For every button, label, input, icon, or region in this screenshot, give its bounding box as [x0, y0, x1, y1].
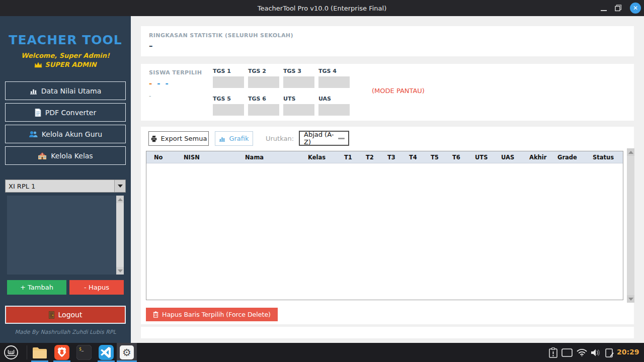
taskbar-terminal-button[interactable]: $_: [75, 344, 93, 361]
force-delete-button[interactable]: Hapus Baris Terpilih (Force Delete): [146, 308, 278, 321]
sort-label: Urutkan:: [266, 135, 294, 142]
uas-input[interactable]: [318, 104, 350, 116]
sidebar-item-pdf-converter[interactable]: PDF Converter: [5, 103, 126, 122]
field-tgs6: TGS 6: [248, 96, 279, 116]
tgs1-input[interactable]: [213, 76, 244, 88]
mode-pantau-label: (MODE PANTAU): [372, 87, 425, 95]
sidebar-item-label: Kelola Kelas: [51, 152, 93, 160]
display-icon[interactable]: [561, 347, 573, 358]
column-header[interactable]: NISN: [184, 154, 245, 161]
summary-panel: RINGKASAN STATISTIK (SELURUH SEKOLAH) –: [141, 26, 634, 56]
selected-student-title: SISWA TERPILIH: [149, 69, 202, 76]
chart-button[interactable]: Grafik: [215, 131, 253, 146]
taskbar-clock[interactable]: 20:29: [617, 348, 639, 356]
column-header[interactable]: Akhir: [529, 154, 557, 161]
terminal-icon: $_: [76, 345, 92, 360]
logout-button[interactable]: Logout: [5, 306, 126, 324]
footer-panel: [141, 327, 634, 338]
field-tgs2: TGS 2: [248, 68, 279, 88]
column-header[interactable]: UTS: [475, 154, 501, 161]
maximize-button[interactable]: [615, 5, 622, 12]
close-button[interactable]: ✕: [630, 3, 641, 14]
taskbar-settings-button[interactable]: ⚙: [117, 343, 137, 362]
student-placeholder: ---: [149, 79, 174, 88]
field-tgs5: TGS 5: [213, 96, 244, 116]
add-button[interactable]: + Tambah: [7, 280, 66, 295]
field-uts: UTS: [283, 96, 314, 116]
sidebar-item-kelola-akun-guru[interactable]: Kelola Akun Guru: [5, 125, 126, 143]
notes-icon[interactable]: [604, 347, 615, 358]
people-icon: [29, 131, 38, 138]
welcome-text: Welcome, Super Admin!: [0, 52, 131, 59]
column-header[interactable]: Kelas: [308, 154, 344, 161]
sidebar-item-label: PDF Converter: [45, 109, 96, 117]
grades-table[interactable]: No NISN Nama Kelas T1 T2 T3 T4 T5 T6 UTS…: [146, 151, 623, 300]
wifi-icon[interactable]: [576, 347, 587, 358]
tgs6-input[interactable]: [248, 104, 279, 116]
tgs5-input[interactable]: [213, 104, 244, 116]
crown-icon: [34, 62, 42, 68]
class-dropdown[interactable]: XI RPL 1: [5, 179, 126, 193]
column-header[interactable]: Grade: [557, 154, 593, 161]
sidebar: TEACHER TOOL Welcome, Super Admin! SUPER…: [0, 16, 131, 343]
sidebar-item-data-nilai[interactable]: Data Nilai Utama: [5, 81, 126, 100]
column-header[interactable]: Nama: [245, 154, 308, 161]
listbox-scrollbar[interactable]: [116, 196, 124, 275]
taskbar: $_ ⚙ 20:29: [0, 343, 644, 362]
summary-title: RINGKASAN STATISTIK (SELURUH SEKOLAH): [149, 32, 293, 39]
tgs3-input[interactable]: [283, 76, 314, 88]
field-tgs4: TGS 4: [318, 68, 350, 88]
taskbar-brave-button[interactable]: [53, 344, 70, 361]
field-uas: UAS: [318, 96, 350, 116]
selected-student-panel: SISWA TERPILIH --- - TGS 1 TGS 2 TGS 3 T…: [141, 64, 634, 121]
sidebar-item-label: Data Nilai Utama: [41, 87, 102, 95]
window-title: TeacherTool Pro v10.0 (Enterprise Final): [258, 5, 386, 12]
menu-button[interactable]: [3, 344, 19, 360]
vscode-icon: [99, 345, 114, 360]
scroll-up-icon[interactable]: [627, 148, 634, 156]
maximize-icon: [615, 5, 622, 12]
column-header[interactable]: T2: [366, 154, 387, 161]
taskbar-vscode-button[interactable]: [98, 344, 115, 361]
mint-logo-icon: [4, 345, 19, 360]
student-sub-placeholder: -: [149, 93, 151, 100]
volume-icon[interactable]: [590, 347, 601, 358]
scroll-up-icon[interactable]: [116, 196, 124, 203]
taskbar-separator: [27, 345, 27, 359]
close-icon: ✕: [633, 5, 638, 12]
remove-button[interactable]: - Hapus: [69, 280, 124, 295]
column-header[interactable]: UAS: [501, 154, 529, 161]
taskbar-files-button[interactable]: [31, 344, 48, 361]
export-icon: [150, 135, 157, 142]
column-header[interactable]: T5: [431, 154, 452, 161]
column-header[interactable]: T3: [387, 154, 409, 161]
trash-icon: [153, 311, 158, 318]
sort-dropdown[interactable]: Abjad (A-Z): [299, 131, 349, 146]
minimize-button[interactable]: [601, 4, 607, 13]
update-notifier-icon[interactable]: [547, 347, 558, 358]
export-all-button[interactable]: Export Semua: [148, 131, 209, 146]
credit-text: Made By Nashrullah Zuhdi Lubis RPL: [0, 329, 131, 335]
titlebar: TeacherTool Pro v10.0 (Enterprise Final)…: [0, 0, 644, 16]
column-header[interactable]: T4: [409, 154, 431, 161]
minimize-icon: [601, 10, 607, 11]
column-header[interactable]: No: [154, 154, 184, 161]
sidebar-item-kelola-kelas[interactable]: Kelola Kelas: [5, 146, 126, 165]
class-listbox[interactable]: [7, 196, 124, 275]
tgs4-input[interactable]: [318, 76, 350, 88]
scroll-down-icon[interactable]: [116, 267, 124, 275]
column-header[interactable]: T1: [344, 154, 366, 161]
scroll-down-icon[interactable]: [627, 295, 634, 303]
table-scrollbar[interactable]: [627, 148, 634, 303]
sidebar-item-label: Kelola Akun Guru: [42, 130, 102, 138]
uts-input[interactable]: [283, 104, 314, 116]
column-header[interactable]: T6: [452, 154, 475, 161]
chevron-down-icon[interactable]: [114, 180, 125, 192]
bar-chart-icon: [30, 87, 37, 95]
folder-icon: [32, 346, 47, 358]
tgs2-input[interactable]: [248, 76, 279, 88]
chart-icon: [219, 136, 225, 142]
export-all-label: Export Semua: [161, 135, 207, 142]
column-header[interactable]: Status: [593, 154, 623, 161]
field-tgs1: TGS 1: [213, 68, 244, 88]
